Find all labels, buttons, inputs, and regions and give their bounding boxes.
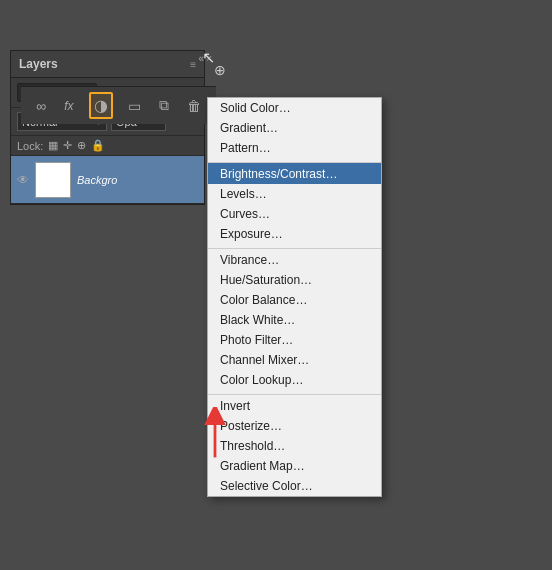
layer-item[interactable]: 👁 Backgro [11,156,204,204]
menu-item-exposure-[interactable]: Exposure… [208,224,381,244]
annotation-arrow [195,407,235,465]
menu-item-color-lookup-[interactable]: Color Lookup… [208,370,381,390]
menu-item-channel-mixer-[interactable]: Channel Mixer… [208,350,381,370]
panel-header-icons: ≡ [190,59,196,70]
menu-item-color-balance-[interactable]: Color Balance… [208,290,381,310]
menu-item-solid-color-[interactable]: Solid Color… [208,98,381,118]
lock-icons: ▦ ✛ ⊕ 🔒 [48,139,105,152]
menu-item-black--white-[interactable]: Black White… [208,310,381,330]
panel-header: Layers ≡ [11,51,204,78]
lock-row: Lock: ▦ ✛ ⊕ 🔒 [11,136,204,156]
menu-item-selective-color-[interactable]: Selective Color… [208,476,381,496]
menu-item-curves-[interactable]: Curves… [208,204,381,224]
link-layers-button[interactable]: ∞ [33,96,49,116]
panel-collapse-area: « × [199,53,212,64]
layers-panel: Layers ≡ 🔍 Kind ⬡ ✎ ⊕ Ⓐ ◉ Normal ▾ Opa L… [10,50,205,205]
cursor-crosshair: ⊕ [214,62,226,78]
collapse-left-icon[interactable]: « [199,53,205,64]
lock-label: Lock: [17,140,43,152]
lock-all-icon[interactable]: 🔒 [91,139,105,152]
panel-title: Layers [19,57,58,71]
new-group-button[interactable]: ▭ [125,96,144,116]
layer-thumbnail [35,162,71,198]
layer-name: Backgro [77,174,117,186]
menu-item-hue-saturation-[interactable]: Hue/Saturation… [208,270,381,290]
add-adjustment-button[interactable]: ◑ [89,92,113,119]
menu-item-levels-[interactable]: Levels… [208,184,381,204]
lock-pixels-icon[interactable]: ▦ [48,139,58,152]
lock-artboard-icon[interactable]: ⊕ [77,139,86,152]
menu-item-brightness-contrast-[interactable]: Brightness/Contrast… [208,162,381,184]
fx-button[interactable]: fx [61,97,76,115]
visibility-icon[interactable]: 👁 [17,173,29,187]
menu-item-pattern-[interactable]: Pattern… [208,138,381,158]
bottom-toolbar: ∞ fx ◑ ▭ ⧉ 🗑 [21,86,216,124]
new-layer-button[interactable]: ⧉ [156,95,172,116]
menu-item-vibrance-[interactable]: Vibrance… [208,248,381,270]
menu-item-gradient-[interactable]: Gradient… [208,118,381,138]
menu-item-photo-filter-[interactable]: Photo Filter… [208,330,381,350]
delete-layer-button[interactable]: 🗑 [184,96,204,116]
lock-move-icon[interactable]: ✛ [63,139,72,152]
close-panel-icon[interactable]: × [206,53,212,64]
panel-menu-icon[interactable]: ≡ [190,59,196,70]
